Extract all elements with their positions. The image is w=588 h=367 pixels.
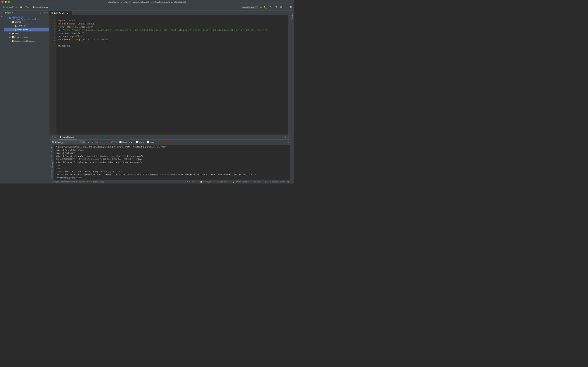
favorites-button[interactable]: Favorites	[50, 171, 54, 175]
ultimateeyes-icon: 🔷	[3, 6, 5, 8]
root-arrow: ▼	[7, 17, 8, 19]
console-close-btn[interactable]: ×	[287, 141, 289, 143]
console-line: <li id="listSetDefault">将筛选功能<a href="/s…	[56, 173, 289, 176]
tab-ultimateeyes[interactable]: 🔷 ultimateEyes	[1, 6, 18, 9]
search-help-button[interactable]: ?	[157, 141, 159, 143]
bottom-tab-terminal[interactable]: ⬛ Terminal	[215, 180, 228, 184]
console-output[interactable]: 为给您提供最相关的图片结果，百度已省略与以上搜索结果相似的图片，您可<a hre…	[54, 145, 290, 180]
tree-scratches[interactable]: ▶ 📋 Scratches and Consoles	[4, 39, 49, 43]
console-line: <div id="noPage">	[56, 152, 289, 155]
collapse-button[interactable]: −	[42, 12, 43, 14]
right-panels: Database	[290, 10, 294, 184]
vcs-button[interactable]: ↕	[284, 5, 288, 9]
words-checkbox[interactable]	[136, 141, 138, 143]
bottom-tab-python[interactable]: 🐍 Python Console	[230, 180, 251, 184]
init-label: __init__.py	[17, 25, 26, 27]
run-panel-header: Run: ▶ baiduCrawler × ⚙ ×	[49, 135, 290, 140]
tab-close-button[interactable]: ×	[69, 12, 70, 14]
scratches-label: Scratches and Consoles	[14, 40, 35, 42]
project-sidebar-icon[interactable]: P	[0, 11, 4, 15]
regex-option[interactable]: Regex	[146, 141, 156, 144]
search-button[interactable]: 🔍	[290, 6, 293, 8]
sync-button[interactable]: ⚙	[39, 12, 41, 14]
panel-settings-btn[interactable]: ⚙	[284, 136, 286, 138]
tree-root[interactable]: ▼ 🔷 ultimateEyes ~/PycharmProjects/ultim…	[4, 16, 49, 20]
root-icon: 🔷	[9, 17, 11, 19]
tree-venv[interactable]: ▶ 📁 venv	[4, 32, 49, 35]
match-case-checkbox[interactable]	[119, 141, 122, 143]
scratches-icon: 📋	[12, 40, 14, 42]
settings-gear-button[interactable]: ⚙	[44, 12, 46, 14]
project-panel: Project ▾ ⚙ − ⚙ × ▼ 🔷 ultimateEyes ~/Pyc…	[4, 10, 49, 184]
venv-icon: 📁	[12, 32, 14, 35]
app: 🔷 ultimateEyes 📁 getPics 🐍 baiduCrawler.…	[0, 4, 294, 184]
coverage-button[interactable]: ⚙	[269, 5, 272, 9]
search-next-button[interactable]: ⟶	[105, 141, 109, 144]
run-label[interactable]: Run:	[51, 135, 58, 140]
editor-tab-icon: 🐍	[51, 12, 53, 14]
file-tree: ▼ 🔷 ultimateEyes ~/PycharmProjects/ultim…	[4, 15, 49, 184]
run-config: baiduCrawler ▼	[241, 6, 258, 8]
editor-tabs: 🐍 baiduCrawler.py ×	[49, 10, 290, 15]
run-button[interactable]: ▶	[259, 5, 262, 9]
search-input[interactable]	[55, 141, 78, 143]
profile-button[interactable]: ⏱	[274, 5, 278, 9]
status-message: Packages installed successfully: 'beauti…	[51, 181, 104, 183]
console-line: <div id="ajaxInfo"></div>	[56, 149, 289, 152]
tree-external-libs[interactable]: ▶ 📊 External Libraries	[4, 35, 49, 39]
tree-init[interactable]: ▶ 🐍 __init__.py	[4, 24, 49, 28]
python-tab-icon: 🐍	[232, 181, 234, 183]
search-input-wrapper[interactable]: 🔍 1/1 ×	[51, 141, 86, 144]
getpics-label: getPics	[15, 21, 21, 23]
status-position: 10:1	[252, 181, 256, 183]
project-header: Project ▾ ⚙ − ⚙ ×	[4, 10, 49, 15]
run-tab-label: 4: Run	[189, 181, 194, 183]
bottom-tab-todo[interactable]: 📋 6: TODO	[198, 180, 212, 184]
run-config-label: baiduCrawler	[242, 6, 254, 8]
search-down-button[interactable]: ▼	[91, 141, 94, 144]
search-bar: 🔍 1/1 × ▲ ▼ ab ⟵ ⟶ 📌 ⚙ Match Case	[49, 140, 290, 145]
structure-sidebar-button[interactable]: 2: Structure	[50, 162, 54, 166]
tree-getpics[interactable]: ▼ 📁 getPics	[4, 20, 49, 24]
panel-tab-baiducrawler[interactable]: ▶ baiduCrawler ×	[59, 135, 77, 140]
baiducrawler-close[interactable]: ×	[75, 136, 76, 138]
bottom-tab-run[interactable]: ▶ 4: Run	[185, 180, 196, 184]
left-sidebar-icons: P ≡	[0, 10, 4, 184]
project-label: Project ▾	[5, 12, 13, 14]
database-label[interactable]: Database	[291, 11, 293, 20]
debug-button[interactable]: 🐛	[263, 5, 267, 9]
tab-baiducrawler[interactable]: 🐍 baiduCrawler.py	[31, 6, 51, 9]
event-log-label: Event Log	[280, 181, 289, 183]
search-up-button[interactable]: ▲	[87, 141, 90, 144]
editor-area: 🐍 baiduCrawler.py × 1 2 3 4 5 6 7 8 9 1	[49, 10, 290, 184]
run-tab-icon: ▶	[187, 181, 188, 183]
run-buttons: ▶ 🐛	[259, 5, 267, 9]
structure-icon[interactable]: ≡	[0, 15, 4, 18]
maximize-button[interactable]	[8, 1, 10, 3]
rerun-button[interactable]: ▶	[50, 146, 54, 150]
up-nav-button[interactable]: ▲	[50, 154, 54, 158]
close-button[interactable]	[1, 1, 3, 3]
match-case-option[interactable]: Match Case	[118, 141, 134, 144]
code-editor[interactable]: 1 2 3 4 5 6 7 8 9 10 import requests fro…	[49, 15, 290, 134]
search-filter-button[interactable]: ⚙	[114, 141, 117, 144]
bottom-panel: Run: ▶ baiduCrawler × ⚙ × 🔍	[49, 134, 290, 184]
regex-checkbox[interactable]	[147, 141, 149, 143]
python-tab-label: Python Console	[235, 181, 249, 183]
close-panel-button[interactable]: ×	[47, 12, 48, 14]
tab-getpics[interactable]: 📁 getPics	[19, 6, 31, 9]
search-clear-button[interactable]: ×	[82, 141, 85, 143]
settings-button[interactable]: ⚙	[279, 5, 283, 9]
search-whole-word-button[interactable]: ab	[95, 141, 99, 144]
right-gutter	[288, 15, 290, 134]
words-option[interactable]: Words	[135, 141, 145, 144]
panel-close-btn[interactable]: ×	[287, 136, 289, 138]
minimize-button[interactable]	[5, 1, 7, 3]
search-pin-button[interactable]: 📌	[110, 141, 113, 144]
editor-tab-baiducrawler[interactable]: 🐍 baiduCrawler.py ×	[49, 11, 72, 15]
tree-baiducrawler[interactable]: ▶ 🐍 baiduCrawler.py	[4, 28, 49, 32]
stop-button[interactable]: ■	[50, 150, 54, 154]
status-message-text: Packages installed successfully: 'beauti…	[51, 181, 104, 183]
search-prev-button[interactable]: ⟵	[100, 141, 104, 144]
code-content[interactable]: import requests from bs4 import Beautifu…	[56, 15, 288, 134]
